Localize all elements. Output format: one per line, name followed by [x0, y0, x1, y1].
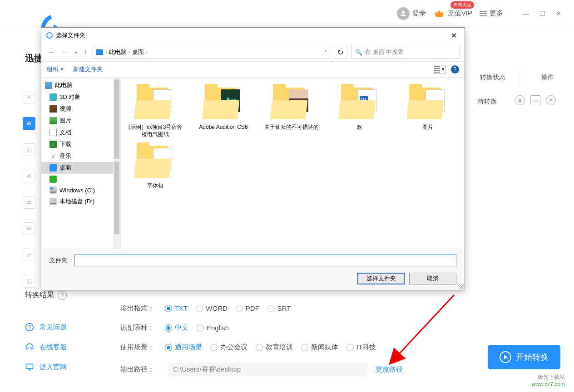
tree-documents[interactable]: 文档 — [41, 127, 120, 138]
download-icon — [49, 141, 57, 148]
dialog-footer: 文件夹: 选择文件夹 取消 — [41, 249, 465, 290]
vip-button[interactable]: 周年大促 充值VIP — [433, 8, 472, 20]
open-folder-icon[interactable]: ▭ — [530, 95, 540, 105]
tree-downloads[interactable]: 下载 — [41, 138, 120, 150]
result-label: 转换结果 ? — [25, 290, 67, 300]
folder-name-input[interactable] — [74, 255, 456, 266]
resize-grip[interactable] — [458, 284, 464, 289]
format-srt[interactable]: SRT — [267, 304, 291, 312]
format-pdf[interactable]: PDF — [236, 304, 259, 312]
minimize-button[interactable]: — — [520, 7, 532, 20]
tree-panel: 此电脑 3D 对象 视频 图片 文档 下载 ♪音乐 桌面 Windows (C:… — [41, 78, 121, 249]
row-action-icons: ◉ ▭ ✕ — [515, 95, 556, 105]
watermark: 极光下载站 www.xz7.com — [532, 373, 565, 387]
col-status: 转换状态 — [465, 68, 520, 86]
organize-menu[interactable]: 组织▼ — [47, 65, 64, 74]
tree-scroll-thumb-2[interactable] — [114, 162, 119, 234]
dialog-toolbar: 组织▼ 新建文件夹 ▼ ? — [41, 61, 465, 78]
breadcrumb-icon — [96, 49, 103, 55]
rail-icon-8[interactable]: ◱ — [23, 275, 35, 288]
folder-item[interactable]: 关于仙女的不可描述的 — [264, 85, 319, 138]
nav-recent[interactable]: ▾ — [73, 48, 79, 57]
path-label: 输出路径： — [120, 365, 157, 374]
folder-item[interactable]: Au Adobe Audition CS6 — [196, 85, 251, 138]
rail-icon-7[interactable]: ⇄ — [23, 249, 35, 261]
scene-news[interactable]: 新闻媒体 — [301, 343, 338, 352]
rail-icon-6[interactable]: W — [23, 222, 35, 235]
folder-item[interactable]: 欢 — [332, 85, 387, 138]
avatar-icon — [397, 7, 410, 20]
help-icon[interactable]: ? — [58, 291, 67, 300]
view-mode-button[interactable]: ▼ — [433, 65, 445, 74]
search-input[interactable]: 🔍 在 桌面 中搜索 — [351, 46, 460, 59]
svg-point-7 — [47, 33, 52, 38]
more-label: 更多 — [490, 9, 503, 18]
more-button[interactable]: 更多 — [480, 9, 503, 18]
cancel-button[interactable]: 取消 — [409, 273, 456, 284]
nav-up[interactable]: ↑ — [82, 46, 89, 58]
rail-icon-5[interactable]: ⇄ — [23, 196, 35, 209]
rail-icon-2[interactable]: W — [23, 117, 35, 130]
cube-icon — [49, 93, 57, 101]
change-path-link[interactable]: 更改路径 — [376, 365, 403, 374]
tree-iqiyi[interactable] — [41, 174, 120, 185]
format-txt[interactable]: TXT — [165, 304, 188, 312]
search-icon: 🔍 — [355, 49, 362, 56]
format-word[interactable]: WORD — [196, 304, 228, 312]
rail-icon-3[interactable]: ◱ — [23, 143, 35, 156]
close-button[interactable]: ✕ — [552, 7, 565, 20]
lang-en[interactable]: English — [197, 324, 229, 332]
login-button[interactable]: 登录 — [397, 7, 426, 20]
col-action: 操作 — [520, 68, 574, 86]
refresh-button[interactable]: ↻ — [334, 46, 347, 59]
website-link[interactable]: 进入官网 — [25, 363, 67, 372]
maximize-button[interactable]: ☐ — [536, 7, 549, 20]
vip-label: 充值VIP — [448, 9, 472, 18]
delete-icon[interactable]: ✕ — [546, 95, 556, 105]
dialog-close-button[interactable]: ✕ — [447, 29, 460, 42]
folder-item[interactable]: (示例）xx项目3号宿舍楼电气图纸 — [128, 85, 183, 138]
vip-badge: 周年大促 — [450, 1, 474, 9]
tree-drive-d[interactable]: 本地磁盘 (D:) — [41, 196, 120, 207]
scene-edu[interactable]: 教育培训 — [256, 343, 293, 352]
tree-drive-c[interactable]: Windows (C:) — [41, 185, 120, 196]
faq-icon: ? — [25, 323, 34, 332]
breadcrumb-dropdown[interactable]: ˅ — [325, 50, 327, 55]
rail-icon-1[interactable]: A — [23, 91, 35, 103]
window-controls: — ☐ ✕ — [520, 7, 565, 20]
tree-scroll-thumb[interactable] — [114, 79, 119, 159]
monitor-icon — [25, 363, 34, 372]
rail-icon-4[interactable]: W — [23, 170, 35, 182]
support-link[interactable]: 在线客服 — [25, 343, 67, 352]
tree-pictures[interactable]: 图片 — [41, 115, 120, 127]
toolbar-help-icon[interactable]: ? — [451, 65, 459, 74]
tree-3d[interactable]: 3D 对象 — [41, 91, 120, 103]
preview-icon[interactable]: ◉ — [515, 95, 525, 105]
select-folder-button[interactable]: 选择文件夹 — [357, 273, 405, 284]
tree-root[interactable]: 此电脑 — [41, 79, 120, 91]
folder-item[interactable]: 图片 — [401, 85, 455, 138]
app-topbar: 登录 周年大促 充值VIP 更多 — ☐ ✕ — [0, 0, 574, 27]
folder-item[interactable]: 字体包 — [128, 143, 183, 190]
lang-zh[interactable]: 中文 — [165, 323, 188, 332]
dialog-icon — [46, 32, 53, 39]
scene-meeting[interactable]: 办公会议 — [210, 343, 247, 352]
breadcrumb[interactable]: › 此电脑› 桌面› ˅ — [93, 46, 330, 59]
start-convert-button[interactable]: 开始转换 — [488, 345, 560, 369]
tree-music[interactable]: ♪音乐 — [41, 150, 120, 162]
nav-forward[interactable]: → — [59, 46, 70, 58]
tree-desktop[interactable]: 桌面 — [41, 162, 120, 174]
scene-it[interactable]: IT科技 — [346, 343, 376, 352]
scene-general[interactable]: 通用场景 — [165, 343, 202, 352]
iqiyi-icon — [49, 176, 57, 183]
folder-dialog: 选择文件夹 ✕ ← → ▾ ↑ › 此电脑› 桌面› ˅ ↻ 🔍 在 桌面 中搜… — [41, 27, 465, 290]
nav-back[interactable]: ← — [46, 46, 57, 58]
document-icon — [49, 129, 57, 136]
dialog-nav: ← → ▾ ↑ › 此电脑› 桌面› ˅ ↻ 🔍 在 桌面 中搜索 — [41, 43, 465, 61]
new-folder-button[interactable]: 新建文件夹 — [73, 65, 103, 74]
faq-link[interactable]: ? 常见问题 — [25, 323, 67, 332]
video-icon — [49, 105, 57, 113]
tree-video[interactable]: 视频 — [41, 103, 120, 115]
dialog-title: 选择文件夹 — [56, 31, 85, 39]
tree-scrollbar[interactable] — [113, 78, 120, 249]
